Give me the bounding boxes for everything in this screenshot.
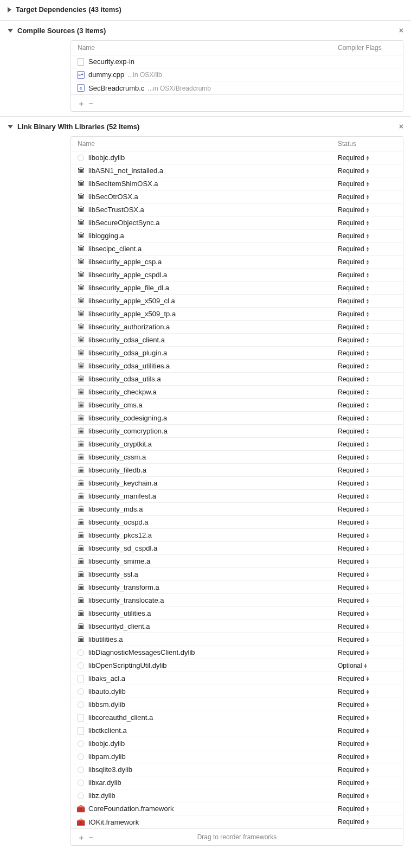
status-select[interactable]: Required▴▾ <box>338 623 397 630</box>
table-row[interactable]: libz.dylibRequired▴▾ <box>71 789 403 802</box>
table-row[interactable]: libxar.dylibRequired▴▾ <box>71 776 403 789</box>
status-select[interactable]: Required▴▾ <box>338 388 397 396</box>
status-select[interactable]: Required▴▾ <box>338 427 397 435</box>
table-row[interactable]: libOpenScriptingUtil.dylibOptional▴▾ <box>71 659 403 672</box>
status-select[interactable]: Required▴▾ <box>338 558 397 565</box>
table-row[interactable]: Security.exp-in <box>71 55 403 68</box>
status-select[interactable]: Required▴▾ <box>338 675 397 682</box>
table-row[interactable]: 🏛libsecurity_cdsa_client.aRequired▴▾ <box>71 334 403 347</box>
table-row[interactable]: 🧰CoreFoundation.frameworkRequired▴▾ <box>71 802 403 815</box>
table-row[interactable]: 🏛liblogging.aRequired▴▾ <box>71 229 403 242</box>
table-row[interactable]: 🧰IOKit.frameworkRequired▴▾ <box>71 815 403 828</box>
status-select[interactable]: Required▴▾ <box>338 740 397 748</box>
table-row[interactable]: 🏛libsecipc_client.aRequired▴▾ <box>71 242 403 256</box>
status-select[interactable]: Required▴▾ <box>338 805 397 813</box>
table-row[interactable]: 🏛libsecurity_cdsa_utilities.aRequired▴▾ <box>71 360 403 373</box>
table-row[interactable]: 🏛libsecurity_cssm.aRequired▴▾ <box>71 451 403 464</box>
status-select[interactable]: Required▴▾ <box>338 310 397 318</box>
status-select[interactable]: Required▴▾ <box>338 284 397 292</box>
table-row[interactable]: 🏛libsecurity_manifest.aRequired▴▾ <box>71 490 403 503</box>
status-select[interactable]: Required▴▾ <box>338 727 397 735</box>
status-select[interactable]: Required▴▾ <box>338 506 397 513</box>
column-compiler-flags[interactable]: Compiler Flags <box>338 44 397 52</box>
add-button[interactable]: + <box>76 98 86 108</box>
status-select[interactable]: Required▴▾ <box>338 323 397 331</box>
table-row[interactable]: 🏛libsecurity_apple_x509_tp.aRequired▴▾ <box>71 308 403 321</box>
table-row[interactable]: 🏛libsecurity_apple_file_dl.aRequired▴▾ <box>71 282 403 295</box>
table-row[interactable]: 🏛libSecItemShimOSX.aRequired▴▾ <box>71 177 403 190</box>
status-select[interactable]: Required▴▾ <box>338 375 397 383</box>
table-row[interactable]: libcoreauthd_client.aRequired▴▾ <box>71 711 403 724</box>
remove-button[interactable]: − <box>86 98 96 108</box>
close-icon[interactable]: × <box>399 26 403 35</box>
table-row[interactable]: libbsm.dylibRequired▴▾ <box>71 698 403 711</box>
status-select[interactable]: Required▴▾ <box>338 649 397 656</box>
table-row[interactable]: 🏛libsecurity_keychain.aRequired▴▾ <box>71 477 403 490</box>
status-select[interactable]: Required▴▾ <box>338 766 397 774</box>
column-name[interactable]: Name <box>76 44 338 52</box>
status-select[interactable]: Required▴▾ <box>338 688 397 695</box>
table-row[interactable]: 🏛libsecurity_authorization.aRequired▴▾ <box>71 321 403 334</box>
status-select[interactable]: Required▴▾ <box>338 258 397 266</box>
status-select[interactable]: Required▴▾ <box>338 519 397 526</box>
status-select[interactable]: Required▴▾ <box>338 219 397 227</box>
table-row[interactable]: 🏛libsecurity_apple_csp.aRequired▴▾ <box>71 256 403 269</box>
table-row[interactable]: 🏛libsecurity_smime.aRequired▴▾ <box>71 555 403 568</box>
table-row[interactable]: 🏛libsecurity_translocate.aRequired▴▾ <box>71 594 403 607</box>
table-row[interactable]: 🏛libsecurityd_client.aRequired▴▾ <box>71 620 403 633</box>
status-select[interactable]: Required▴▾ <box>338 362 397 370</box>
status-select[interactable]: Required▴▾ <box>338 454 397 461</box>
section-header-link-binary[interactable]: Link Binary With Libraries (52 items) × <box>0 120 411 133</box>
status-select[interactable]: Required▴▾ <box>338 701 397 709</box>
status-select[interactable]: Required▴▾ <box>338 532 397 539</box>
status-select[interactable]: Required▴▾ <box>338 610 397 617</box>
table-row[interactable]: libpam.dylibRequired▴▾ <box>71 750 403 763</box>
table-row[interactable]: 🏛libsecurity_sd_cspdl.aRequired▴▾ <box>71 542 403 555</box>
table-row[interactable]: 🏛libsecurity_filedb.aRequired▴▾ <box>71 464 403 477</box>
status-select[interactable]: Required▴▾ <box>338 584 397 591</box>
table-row[interactable]: 🏛libASN1_not_installed.aRequired▴▾ <box>71 164 403 177</box>
table-row[interactable]: libctkclient.aRequired▴▾ <box>71 724 403 737</box>
table-row[interactable]: 🏛libsecurity_cms.aRequired▴▾ <box>71 399 403 412</box>
status-select[interactable]: Required▴▾ <box>338 349 397 357</box>
table-row[interactable]: 🏛libutilities.aRequired▴▾ <box>71 633 403 646</box>
table-row[interactable]: 🏛libsecurity_transform.aRequired▴▾ <box>71 581 403 594</box>
table-row[interactable]: 🏛libsecurity_mds.aRequired▴▾ <box>71 503 403 516</box>
table-row[interactable]: libobjc.dylibRequired▴▾ <box>71 151 403 164</box>
status-select[interactable]: Required▴▾ <box>338 636 397 643</box>
table-row[interactable]: 🏛libsecurity_cryptkit.aRequired▴▾ <box>71 438 403 451</box>
table-row[interactable]: libsqlite3.dylibRequired▴▾ <box>71 763 403 776</box>
table-row[interactable]: 🏛libSecOtrOSX.aRequired▴▾ <box>71 190 403 203</box>
status-select[interactable]: Required▴▾ <box>338 180 397 188</box>
status-select[interactable]: Required▴▾ <box>338 245 397 253</box>
table-row[interactable]: 🏛libsecurity_cdsa_utils.aRequired▴▾ <box>71 373 403 386</box>
status-select[interactable]: Required▴▾ <box>338 571 397 578</box>
status-select[interactable]: Required▴▾ <box>338 414 397 422</box>
status-select[interactable]: Required▴▾ <box>338 206 397 214</box>
status-select[interactable]: Required▴▾ <box>338 271 397 279</box>
section-header-compile-sources[interactable]: Compile Sources (3 items) × <box>0 24 411 37</box>
add-button[interactable]: + <box>76 832 86 842</box>
section-header-target-deps[interactable]: Target Dependencies (43 items) <box>0 3 411 16</box>
table-row[interactable]: 🏛libSecureObjectSync.aRequired▴▾ <box>71 216 403 229</box>
status-select[interactable]: Required▴▾ <box>338 167 397 175</box>
table-row[interactable]: 🏛libsecurity_pkcs12.aRequired▴▾ <box>71 529 403 542</box>
status-select[interactable]: Required▴▾ <box>338 779 397 787</box>
status-select[interactable]: Required▴▾ <box>338 297 397 305</box>
status-select[interactable]: Required▴▾ <box>338 545 397 552</box>
status-select[interactable]: Required▴▾ <box>338 401 397 409</box>
table-row[interactable]: libauto.dylibRequired▴▾ <box>71 685 403 698</box>
status-select[interactable]: Required▴▾ <box>338 193 397 201</box>
close-icon[interactable]: × <box>399 122 403 131</box>
status-select[interactable]: Required▴▾ <box>338 818 397 826</box>
table-row[interactable]: 🏛libsecurity_codesigning.aRequired▴▾ <box>71 412 403 425</box>
status-select[interactable]: Required▴▾ <box>338 597 397 604</box>
table-row[interactable]: cSecBreadcrumb.c...in OSX/Breadcrumb <box>71 81 403 94</box>
table-row[interactable]: 🏛libsecurity_apple_x509_cl.aRequired▴▾ <box>71 295 403 308</box>
table-row[interactable]: 🏛libsecurity_utilities.aRequired▴▾ <box>71 607 403 620</box>
status-select[interactable]: Required▴▾ <box>338 753 397 761</box>
remove-button[interactable]: − <box>86 832 96 842</box>
table-row[interactable]: libDiagnosticMessagesClient.dylibRequire… <box>71 646 403 659</box>
table-row[interactable]: 🏛libSecTrustOSX.aRequired▴▾ <box>71 203 403 216</box>
table-row[interactable]: 🏛libsecurity_cdsa_plugin.aRequired▴▾ <box>71 347 403 360</box>
